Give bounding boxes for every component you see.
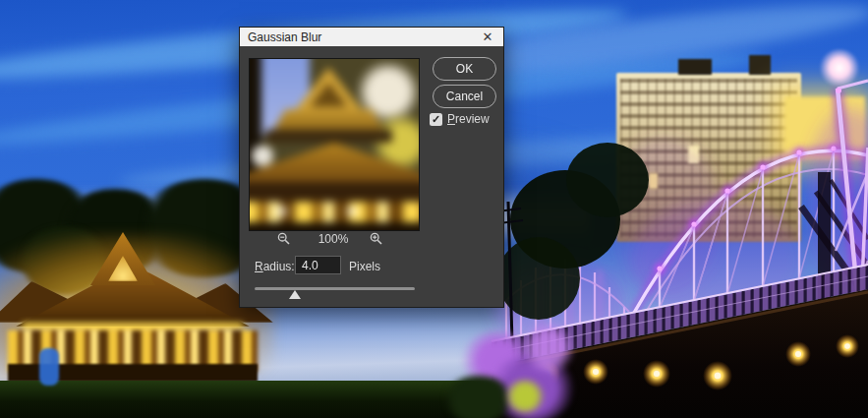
gaussian-blur-dialog: Gaussian Blur ✕ OK Can bbox=[239, 27, 504, 308]
preview-checkbox-label: Preview bbox=[447, 112, 490, 126]
cancel-button[interactable]: Cancel bbox=[433, 85, 496, 108]
dialog-titlebar[interactable]: Gaussian Blur bbox=[240, 28, 503, 46]
radius-slider-track[interactable] bbox=[255, 287, 415, 290]
pavilion-eave-lights bbox=[22, 323, 244, 329]
zoom-level: 100% bbox=[304, 232, 363, 246]
zoom-in-icon[interactable] bbox=[370, 232, 383, 246]
blur-preview-thumbnail[interactable] bbox=[249, 58, 420, 231]
lit-bush bbox=[505, 380, 545, 413]
radius-slider-handle[interactable] bbox=[289, 290, 301, 299]
foliage bbox=[444, 376, 513, 418]
radius-label: Radius: bbox=[255, 260, 295, 273]
radius-unit-label: Pixels bbox=[349, 260, 380, 273]
radius-input[interactable] bbox=[295, 256, 341, 274]
blurred-pagoda-preview bbox=[249, 58, 420, 231]
zoom-out-icon[interactable] bbox=[277, 232, 291, 246]
screenshot-root: Gaussian Blur ✕ OK Can bbox=[0, 0, 868, 418]
ok-button[interactable]: OK bbox=[433, 57, 496, 81]
purple-lit-foliage bbox=[523, 323, 574, 374]
preview-checkbox[interactable]: ✓ bbox=[430, 113, 442, 126]
close-icon[interactable]: ✕ bbox=[478, 28, 497, 46]
dialog-title: Gaussian Blur bbox=[248, 30, 321, 44]
person-silhouette bbox=[39, 348, 59, 386]
